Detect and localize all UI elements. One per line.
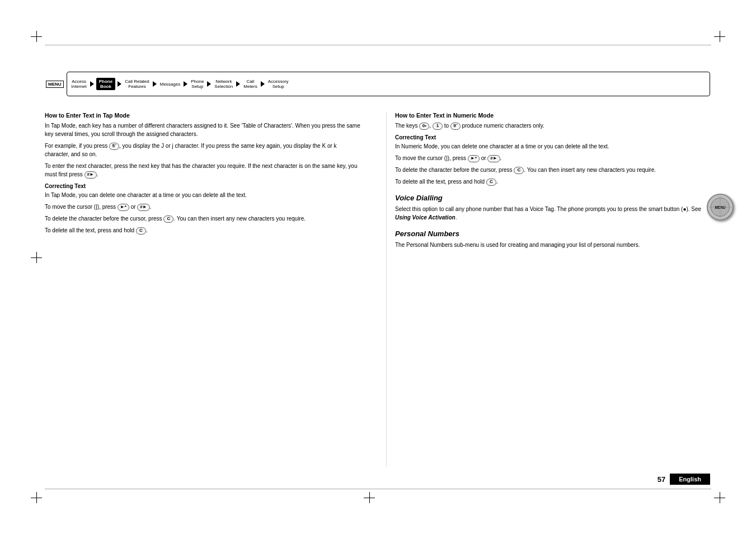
key-hash-icon-1: #► [84,171,97,179]
page-number: 57 [658,475,665,484]
key-c-icon-right-2: C [486,179,496,186]
footer: 57 English [658,474,710,485]
nav-item-access-internet[interactable]: Access Internet [71,79,88,89]
nav-item-phone-book[interactable]: Phone Book [96,78,115,90]
crosshair-top-right [714,31,725,42]
personal-numbers-para: The Personal Numbers sub-menu is used fo… [395,241,711,249]
menu-button-area: MENU [707,194,734,221]
crosshair-bottom-left [31,492,42,503]
key-hash-icon-left: #► [137,204,149,211]
key-star-icon-right: ►* [468,155,480,162]
key-star-icon-left: ►* [118,204,129,211]
page-border-bottom [45,489,711,489]
correcting-text-right-title: Correcting Text [395,134,711,140]
nav-arrow-7 [261,81,265,87]
menu-label: MENU [46,81,64,88]
nav-container: MENU Access Internet Phone Book Call Rel… [46,70,710,98]
nav-bracket: Access Internet Phone Book Call Related … [67,72,710,96]
nav-item-network-selection[interactable]: Network Selection [213,79,234,89]
correcting-right-para-2: To move the cursor (|), press ►* or #►. [395,154,711,162]
key-hash-icon-right: #► [487,155,500,162]
key-c-icon-left-2: C [136,227,146,235]
section-personal-numbers: Personal Numbers The Personal Numbers su… [395,229,711,249]
correcting-right-para-4: To delete all the text, press and hold C… [395,177,711,186]
numeric-mode-title: How to Enter Text in Numeric Mode [395,112,711,119]
correcting-left-para-1: In Tap Mode, you can delete one characte… [45,191,361,199]
correcting-right-para-3: To delete the character before the curso… [395,166,711,174]
main-content: How to Enter Text in Tap Mode In Tap Mod… [45,112,711,467]
crosshair-bottom-right [714,492,725,503]
section-correcting-text-left: Correcting Text In Tap Mode, you can del… [45,183,361,235]
nav-item-phone-setup[interactable]: Phone Setup [190,79,205,89]
key-c-icon-left-1: C [163,216,173,223]
nav-arrow-3 [153,81,157,87]
nav-arrow-4 [184,81,187,87]
correcting-left-para-4: To delete all the text, press and hold C… [45,226,361,235]
nav-arrow-5 [207,81,211,87]
key-1-icon: 1 [433,123,443,130]
key-c-icon-right-1: C [514,167,524,174]
correcting-left-para-2: To move the cursor (|), press ►* or #►. [45,203,361,211]
menu-button-crosshair-h [709,207,731,208]
nav-item-messages[interactable]: Messages [159,82,181,87]
language-badge: English [670,474,710,485]
personal-numbers-title: Personal Numbers [395,229,711,238]
section-voice-dialling: Voice Dialling Select this option to cal… [395,194,711,222]
voice-dialling-para: Select this option to call any phone num… [395,205,711,222]
left-column: How to Enter Text in Tap Mode In Tap Mod… [45,112,369,467]
nav-item-accessory-setup[interactable]: Accessory Setup [267,79,290,89]
section-numeric-mode: How to Enter Text in Numeric Mode The ke… [395,112,711,186]
key-0-icon: 0• [419,123,429,130]
correcting-left-para-3: To delete the character before the curso… [45,214,361,223]
crosshair-top-left [31,31,42,42]
key-9-icon: 9˜ [450,123,461,130]
key-5-icon: 5˜ [109,143,119,150]
crosshair-mid-left [31,252,42,263]
tap-mode-para-2: For example, if you press 5˜, you displa… [45,142,361,158]
nav-arrow-1 [90,81,94,87]
menu-box: MENU [46,81,64,88]
tap-mode-para-3: To enter the next character, press the n… [45,162,361,179]
nav-arrow-2 [118,81,121,87]
section-tap-mode: How to Enter Text in Tap Mode In Tap Mod… [45,112,361,179]
correcting-text-left-title: Correcting Text [45,183,361,189]
nav-item-call-meters[interactable]: Call Meters [242,79,258,89]
numeric-mode-para: The keys 0•, 1 to 9˜ produce numeric cha… [395,121,711,130]
crosshair-bottom-mid [364,492,375,503]
nav-item-call-related[interactable]: Call Related Features [124,79,151,89]
tap-mode-title: How to Enter Text in Tap Mode [45,112,361,119]
voice-dialling-title: Voice Dialling [395,194,711,202]
page-border-top [45,45,711,45]
correcting-right-para-1: In Numeric Mode, you can delete one char… [395,142,711,151]
right-column: How to Enter Text in Numeric Mode The ke… [386,112,711,467]
nav-arrow-6 [236,81,240,87]
tap-mode-para-1: In Tap Mode, each key has a number of di… [45,121,361,138]
